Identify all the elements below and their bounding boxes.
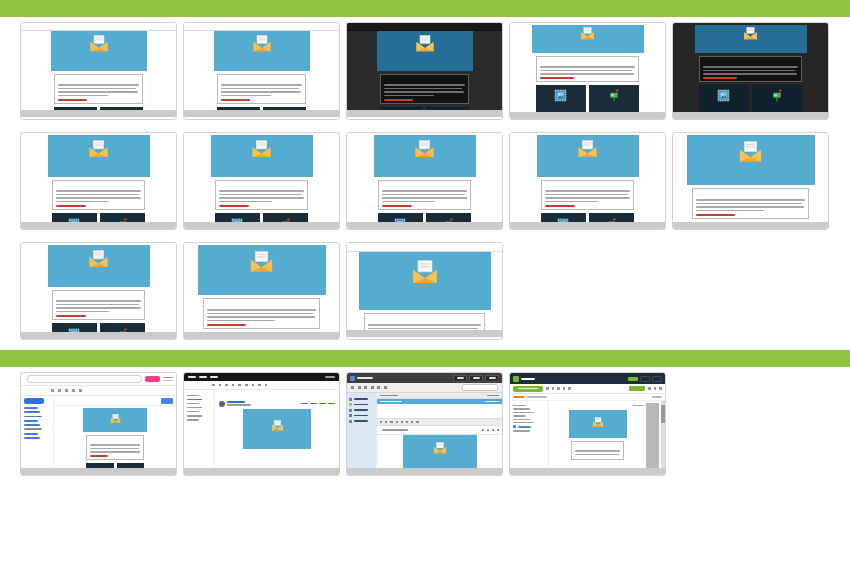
client-preview-card[interactable] [346,132,503,230]
text-line [187,403,199,405]
folder-item[interactable] [349,420,375,423]
action-button[interactable] [629,386,645,391]
text-line [696,210,764,212]
client-preview-card[interactable] [672,132,829,230]
folder-item[interactable] [513,408,545,409]
stamp-image-icon [554,88,567,101]
toolbar-icons [51,389,82,392]
webmail-body [184,390,339,468]
topbar-links [163,377,173,382]
email-preview [211,135,313,222]
client-preview-card[interactable] [20,242,177,340]
email-brand-logo [424,58,425,67]
client-preview-card[interactable] [346,242,503,340]
client-preview-card[interactable] [183,242,340,340]
email-image-row [215,213,309,223]
tiny-text [221,77,301,82]
reply-button[interactable] [161,398,173,404]
client-preview-card[interactable] [183,22,340,120]
toolbar-icon [245,384,248,387]
image-block-stamp [52,323,97,333]
stamp-image-icon [68,216,80,223]
text-line [489,377,496,378]
sidebar-folders[interactable] [184,390,215,468]
client-preview-card[interactable] [346,372,503,476]
search-input[interactable] [27,375,142,383]
folder-item[interactable] [513,419,545,420]
envelope-icon [88,140,109,158]
client-preview-card[interactable] [20,132,177,230]
text-line [207,324,247,326]
toolbar-icon [358,386,361,389]
mail-app-chrome [184,23,339,31]
folder-item[interactable] [349,414,375,417]
write-email-button[interactable] [513,386,543,392]
text-line [652,396,662,398]
folder-icon [349,398,352,401]
compose-button[interactable] [145,376,160,382]
sidebar-folders[interactable] [21,396,53,468]
email-header-banner [48,135,150,177]
client-preview-card[interactable] [509,132,666,230]
client-preview-card[interactable] [183,372,340,476]
logo-icon [513,376,519,382]
email-image-row [52,213,146,223]
client-thumbnail [347,373,502,468]
reading-pane [54,406,176,468]
email-body-box [217,74,305,104]
email-body-box [380,74,468,104]
client-caption [510,112,665,119]
text-line [221,99,250,101]
search-input[interactable] [462,384,498,391]
text-line [540,73,634,75]
tiny-text [58,77,138,82]
scrollbar-thumb[interactable] [661,405,665,423]
image-block-stamp [54,107,97,111]
folder-item[interactable] [349,403,375,406]
sidebar-folders[interactable] [347,393,377,468]
topbar-button[interactable] [640,376,650,382]
email-brand-logo [587,44,588,52]
client-thumbnail [184,133,339,222]
folder-item[interactable] [513,412,545,413]
text-line [56,307,141,309]
topbar-button[interactable] [453,375,467,382]
folder-item[interactable] [513,415,545,416]
folder-item[interactable] [513,430,545,431]
email-preview [51,31,147,110]
image-block-stamp [541,213,586,223]
email-preview [374,135,476,222]
folder-item[interactable] [513,425,545,428]
client-preview-card[interactable] [20,22,177,120]
client-preview-card[interactable] [509,372,666,476]
image-block-mailbox [263,107,306,111]
client-preview-card[interactable] [346,22,503,120]
client-preview-card[interactable] [509,22,666,120]
text-line [354,415,368,417]
client-caption [21,332,176,339]
text-line [513,430,530,431]
text-line [207,316,316,318]
folder-item[interactable] [513,422,545,423]
text-line [703,66,798,68]
scrollbar[interactable] [661,401,665,468]
folder-item[interactable] [349,409,375,412]
sidebar-folders[interactable] [510,401,549,468]
client-preview-card[interactable] [20,372,177,476]
folder-item[interactable] [349,398,375,401]
topbar-button[interactable] [469,375,483,382]
folder-item[interactable] [513,405,545,406]
list-pager-bar [377,418,502,426]
text-line [513,405,526,406]
toolbar-icon [65,389,68,392]
client-preview-card[interactable] [183,132,340,230]
compose-button-sidebar[interactable] [24,398,44,404]
client-preview-card[interactable] [672,22,829,120]
image-block-stamp [699,85,749,112]
topbar-button[interactable] [652,376,662,382]
topbar-button[interactable] [485,375,499,382]
subject-row [215,390,339,398]
toolbar-icon [51,389,54,392]
tiny-text [703,59,798,64]
topbar-button[interactable] [628,377,638,381]
